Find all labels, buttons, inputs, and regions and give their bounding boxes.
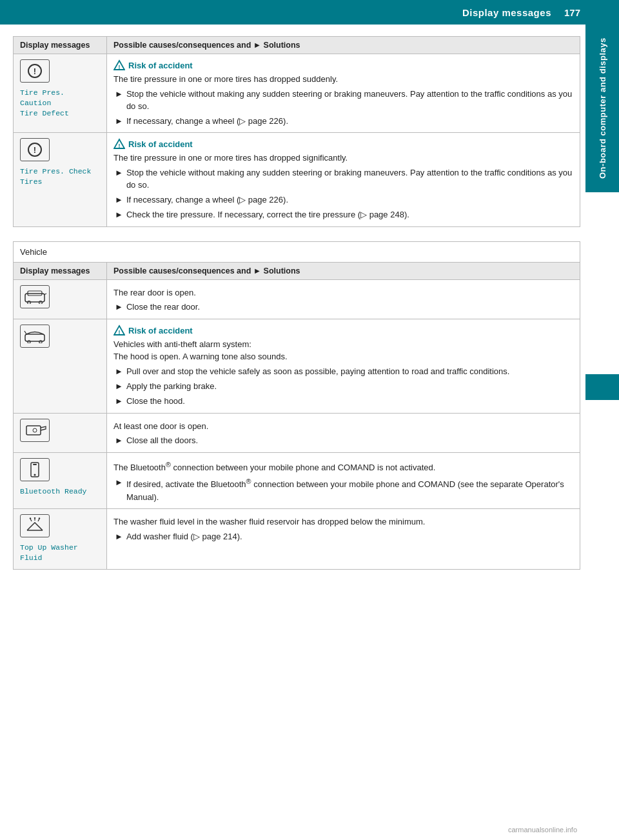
bullet-text: Check the tire pressure. If necessary, c…: [126, 209, 409, 221]
bluetooth-icon: [26, 461, 44, 478]
table-row: The rear door is open. ► Close the rear …: [14, 279, 580, 319]
table-row: ! Tire Pres. CheckTires ! Risk of ac: [14, 133, 580, 226]
bluetooth-icon-cell: Bluetooth Ready: [14, 453, 107, 509]
svg-rect-21: [33, 464, 37, 465]
bullet-text: Close the hood.: [126, 395, 185, 408]
bullet-item: ► Check the tire pressure. If necessary,…: [113, 209, 573, 221]
table-row: Bluetooth Ready The Bluetooth® connectio…: [14, 453, 580, 509]
sidebar-blue-block: [585, 374, 619, 400]
triangle-warning-icon-2: !: [113, 138, 125, 150]
arrow-icon: ►: [115, 195, 123, 205]
washer-body: The washer fluid level in the washer flu…: [113, 516, 573, 528]
bullet-text: Close the rear door.: [126, 301, 200, 314]
svg-text:!: !: [119, 64, 121, 70]
bullet-text: Apply the parking brake.: [126, 381, 217, 393]
vehicle-section-header: Vehicle: [14, 241, 580, 262]
header-title: Display messages: [462, 7, 551, 18]
washer-label: Top Up Washer Fluid: [20, 543, 100, 563]
bullet-item: ► Apply the parking brake.: [113, 381, 573, 393]
bluetooth-label: Bluetooth Ready: [20, 486, 100, 497]
table-row: Top Up Washer Fluid The washer fluid lev…: [14, 509, 580, 569]
arrow-icon: ►: [115, 366, 123, 376]
washer-icon-cell: Top Up Washer Fluid: [14, 509, 107, 569]
icon-cell-1: ! Tire Pres. CautionTire Defect: [14, 54, 107, 133]
main-content: Display messages Possible causes/consequ…: [13, 25, 580, 570]
bullet-item: ► If necessary, change a wheel (▷ page 2…: [113, 115, 573, 128]
hood-car-icon: [23, 329, 47, 343]
risk-warning-3: ! Risk of accident: [113, 325, 573, 336]
arrow-icon: ►: [115, 116, 123, 126]
bullet-text: Stop the vehicle without making any sudd…: [126, 167, 573, 192]
rear-car-icon: [23, 290, 47, 304]
bullet-item: ► Close all the doors.: [113, 435, 573, 447]
door-open-icon: [23, 423, 47, 437]
arrow-icon: ►: [115, 532, 123, 541]
bullet-text: Add washer fluid (▷ page 214).: [126, 531, 242, 543]
arrow-icon: ►: [115, 302, 123, 312]
watermark: carmanualsonline.info: [508, 826, 577, 834]
tire-check-body: The tire pressure in one or more tires h…: [113, 152, 573, 165]
bullet-text: Close all the doors.: [126, 435, 198, 447]
content-cell-1: ! Risk of accident The tire pressure in …: [107, 54, 580, 133]
bullet-item: ► If desired, activate the Bluetooth® co…: [113, 477, 573, 503]
icon-cell-2: ! Tire Pres. CheckTires: [14, 133, 107, 226]
svg-text:!: !: [119, 329, 121, 335]
arrow-icon: ►: [115, 381, 123, 391]
rear-door-icon-cell: [14, 279, 107, 319]
bullet-text: If necessary, change a wheel (▷ page 226…: [126, 194, 288, 206]
triangle-warning-icon-3: !: [113, 325, 125, 336]
door-open-body: At least one door is open.: [113, 421, 573, 433]
hood-icon-box: [20, 325, 50, 348]
sidebar-tab: On-board computer and displays: [585, 25, 619, 192]
bullet-item: ► Pull over and stop the vehicle safely …: [113, 366, 573, 378]
header-bar: Display messages 177: [0, 0, 619, 25]
bullet-item: ► Add washer fluid (▷ page 214).: [113, 531, 573, 543]
tire-check-icon-box: !: [20, 138, 50, 161]
svg-text:!: !: [119, 143, 121, 149]
svg-point-28: [34, 517, 35, 519]
hood-icon-cell: [14, 319, 107, 413]
vehicle-col1-header: Display messages: [14, 262, 107, 279]
bullet-text: Stop the vehicle without making any sudd…: [126, 88, 573, 113]
washer-content: The washer fluid level in the washer flu…: [107, 509, 580, 569]
washer-icon-box: [20, 514, 50, 537]
arrow-icon: ►: [115, 89, 123, 99]
bullet-text: If necessary, change a wheel (▷ page 226…: [126, 115, 288, 128]
tire-caution-body: The tire pressure in one or more tires h…: [113, 74, 573, 86]
bluetooth-content: The Bluetooth® connection between your m…: [107, 453, 580, 509]
tire-check-label: Tire Pres. CheckTires: [20, 166, 100, 187]
rear-door-content: The rear door is open. ► Close the rear …: [107, 279, 580, 319]
svg-rect-19: [26, 426, 41, 435]
tire-table: Display messages Possible causes/consequ…: [13, 36, 580, 227]
tire-caution-icon-box: !: [20, 59, 50, 83]
door-open-content: At least one door is open. ► Close all t…: [107, 413, 580, 453]
arrow-icon: ►: [115, 396, 123, 406]
svg-point-22: [34, 474, 36, 476]
bullet-text: If desired, activate the Bluetooth® conn…: [126, 477, 573, 503]
rear-door-icon-box: [20, 285, 50, 308]
triangle-warning-icon: !: [113, 59, 125, 71]
bluetooth-body: The Bluetooth® connection between your m…: [113, 460, 573, 474]
exclamation-circle-icon-2: !: [25, 142, 44, 157]
content-cell-2: ! Risk of accident The tire pressure in …: [107, 133, 580, 226]
page-number: 177: [564, 7, 580, 18]
arrow-icon: ►: [115, 435, 123, 445]
svg-text:!: !: [34, 66, 36, 76]
door-open-icon-box: [20, 419, 50, 442]
tire-col2-header: Possible causes/consequences and ► Solut…: [107, 37, 580, 54]
arrow-icon: ►: [115, 477, 123, 487]
arrow-icon: ►: [115, 210, 123, 219]
tire-col1-header: Display messages: [14, 37, 107, 54]
exclamation-circle-icon: !: [25, 63, 44, 79]
svg-point-29: [39, 518, 40, 519]
svg-line-14: [25, 331, 26, 334]
svg-rect-13: [25, 334, 44, 341]
svg-text:!: !: [34, 145, 36, 155]
bluetooth-icon-box: [20, 458, 50, 481]
svg-point-20: [33, 428, 37, 432]
tire-caution-label: Tire Pres. CautionTire Defect: [20, 88, 100, 119]
arrow-icon: ►: [115, 168, 123, 177]
hood-body: Vehicles with anti-theft alarm system:Th…: [113, 339, 573, 363]
table-row: ! Risk of accident Vehicles with anti-th…: [14, 319, 580, 413]
risk-warning-2: ! Risk of accident: [113, 138, 573, 150]
